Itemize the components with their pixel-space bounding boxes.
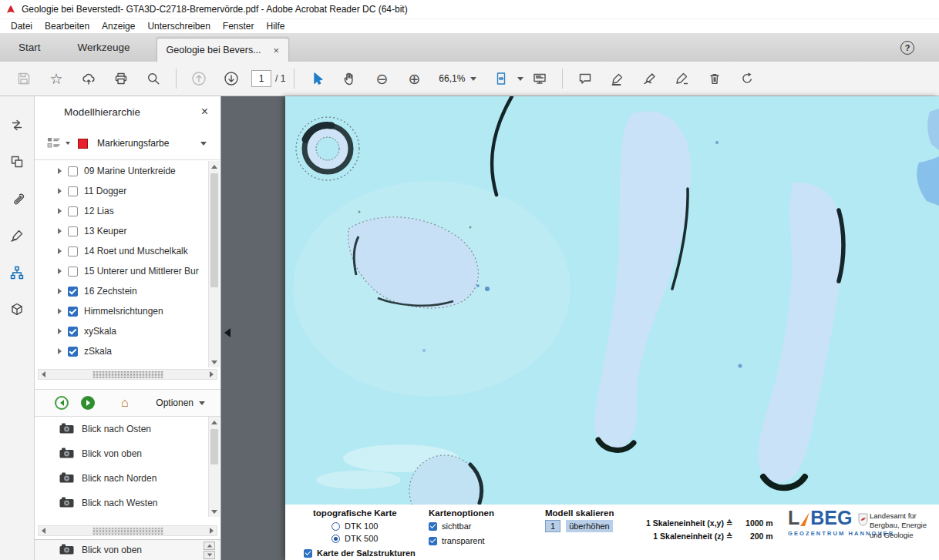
visible-checkbox[interactable]: [429, 522, 437, 531]
marking-color-row[interactable]: Markierungsfarbe: [35, 127, 220, 160]
tab-start[interactable]: Start: [0, 33, 59, 62]
fit-page-chevron-icon[interactable]: [517, 77, 523, 81]
zoom-in-icon[interactable]: ⊕: [402, 65, 426, 92]
delete-pages-button[interactable]: [702, 65, 727, 92]
tree-checkbox[interactable]: [68, 206, 78, 216]
scroll-down-icon[interactable]: [209, 506, 220, 517]
scroll-up-icon[interactable]: [209, 161, 220, 172]
select-tool-button[interactable]: [305, 65, 329, 92]
default-view-home-icon[interactable]: ⌂: [121, 397, 129, 409]
hand-tool-button[interactable]: [337, 65, 362, 92]
3d-content-icon[interactable]: [7, 301, 27, 318]
reading-mode-button[interactable]: [527, 65, 552, 92]
tree-item[interactable]: xySkala: [35, 321, 220, 341]
panel-collapse-handle[interactable]: [222, 322, 232, 344]
page-number-input[interactable]: 1: [251, 70, 271, 87]
tree-item[interactable]: 12 Lias: [35, 201, 220, 221]
spin-up-icon[interactable]: [204, 542, 215, 550]
tree-checkbox[interactable]: [68, 246, 78, 257]
expander-icon[interactable]: [58, 308, 62, 314]
scale-mode-button[interactable]: überhöhen: [566, 520, 613, 532]
attachments-icon[interactable]: [7, 190, 27, 207]
highlight-button[interactable]: [605, 65, 630, 92]
signature-icon[interactable]: [7, 227, 27, 244]
view-item[interactable]: Blick nach Norden: [35, 466, 220, 491]
scale-value-input[interactable]: 1: [545, 520, 560, 532]
tree-checkbox[interactable]: [68, 267, 78, 277]
tree-checkbox[interactable]: [68, 327, 78, 337]
dtk500-radio-row[interactable]: DTK 500: [332, 532, 416, 545]
help-icon[interactable]: ?: [900, 41, 914, 55]
scroll-right-icon[interactable]: [210, 528, 214, 534]
dtk100-radio-row[interactable]: DTK 100: [332, 520, 416, 532]
tree-checkbox[interactable]: [68, 186, 78, 196]
spin-down-icon[interactable]: [204, 551, 215, 559]
expander-icon[interactable]: [58, 328, 62, 334]
tree-checkbox[interactable]: [68, 226, 78, 236]
zoom-level-dropdown[interactable]: 66,1%: [433, 69, 482, 88]
scroll-left-icon[interactable]: [42, 528, 45, 534]
tree-horizontal-scrollbar[interactable]: [38, 369, 217, 380]
view-item[interactable]: Blick nach Westen: [35, 491, 220, 515]
tree-item[interactable]: 11 Dogger: [35, 181, 220, 201]
transparent-checkbox-row[interactable]: transparent: [429, 535, 494, 547]
menu-hilfe[interactable]: Hilfe: [261, 21, 291, 32]
scroll-down-icon[interactable]: [209, 357, 220, 367]
tree-item[interactable]: 15 Unterer und Mittlerer Bur: [35, 261, 220, 281]
expander-icon[interactable]: [58, 248, 62, 254]
sign-button[interactable]: [638, 65, 662, 92]
expander-icon[interactable]: [58, 288, 62, 294]
salt-map-checkbox-row[interactable]: Karte der Salzstrukturen: [304, 547, 416, 559]
star-icon[interactable]: ☆: [44, 65, 69, 92]
expander-icon[interactable]: [58, 228, 62, 234]
tree-item[interactable]: 13 Keuper: [35, 221, 220, 241]
scrollbar-thumb[interactable]: [210, 429, 218, 464]
dtk100-radio[interactable]: [332, 522, 340, 531]
panel-close-icon[interactable]: ×: [201, 105, 208, 119]
next-page-button[interactable]: [219, 65, 244, 92]
expander-icon[interactable]: [58, 188, 62, 194]
document-area[interactable]: topografische Karte DTK 100 DTK 500 Kart…: [221, 96, 939, 560]
scroll-up-icon[interactable]: [209, 417, 220, 428]
menu-fenster[interactable]: Fenster: [217, 21, 261, 32]
tree-checkbox[interactable]: [68, 347, 78, 357]
view-item[interactable]: Blick von oben: [35, 441, 220, 466]
tree-item[interactable]: Himmelsrichtungen: [35, 301, 220, 321]
expander-icon[interactable]: [58, 208, 62, 214]
views-vertical-scrollbar[interactable]: [208, 417, 220, 517]
expander-icon[interactable]: [58, 268, 62, 274]
menu-datei[interactable]: Datei: [5, 21, 39, 32]
tree-checkbox[interactable]: [68, 307, 78, 317]
model-tree-icon[interactable]: [7, 264, 27, 281]
transparent-checkbox[interactable]: [429, 537, 437, 545]
scroll-right-icon[interactable]: [210, 371, 214, 377]
cloud-upload-button[interactable]: [76, 65, 101, 92]
views-horizontal-scrollbar[interactable]: [38, 525, 217, 536]
marking-color-chevron-icon[interactable]: [200, 142, 207, 146]
expander-icon[interactable]: [58, 348, 62, 354]
tab-document[interactable]: Geologie bei Bevers... ×: [156, 38, 290, 62]
search-icon[interactable]: [141, 65, 166, 92]
organize-pages-icon[interactable]: [7, 153, 27, 170]
next-view-button[interactable]: [81, 396, 95, 410]
print-button[interactable]: [109, 65, 133, 92]
zoom-out-icon[interactable]: ⊖: [369, 65, 394, 92]
scrollbar-thumb[interactable]: [210, 173, 218, 287]
previous-page-button[interactable]: [187, 65, 211, 92]
scrollbar-thumb[interactable]: [93, 528, 163, 535]
export-pdf-icon[interactable]: [7, 116, 27, 133]
tab-close-icon[interactable]: ×: [274, 45, 280, 56]
tree-item[interactable]: 16 Zechstein: [35, 281, 220, 301]
geology-3d-map[interactable]: [285, 96, 939, 505]
tab-werkzeuge[interactable]: Werkzeuge: [59, 33, 149, 62]
save-button[interactable]: [12, 65, 36, 92]
previous-view-button[interactable]: [55, 396, 69, 410]
tree-item[interactable]: zSkala: [35, 341, 220, 361]
comment-button[interactable]: [573, 65, 597, 92]
tree-vertical-scrollbar[interactable]: [208, 161, 220, 367]
expander-icon[interactable]: [58, 168, 62, 174]
fit-page-button[interactable]: [489, 65, 513, 92]
scrollbar-thumb[interactable]: [93, 371, 163, 378]
scroll-left-icon[interactable]: [42, 371, 45, 377]
current-view-row[interactable]: Blick von oben: [35, 539, 220, 560]
